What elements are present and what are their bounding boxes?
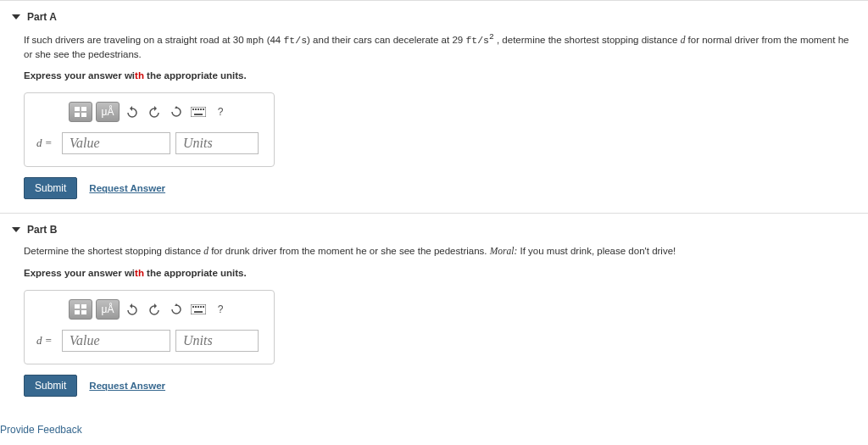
svg-rect-6 <box>195 108 197 110</box>
caret-down-icon <box>12 227 20 232</box>
svg-rect-12 <box>81 304 86 309</box>
text: Determine the shortest stopping distance <box>24 246 203 256</box>
caret-down-icon <box>12 14 20 19</box>
svg-rect-14 <box>81 310 86 314</box>
variable-label: d = <box>36 136 57 150</box>
symbols-button[interactable]: μÅ <box>96 299 120 320</box>
svg-rect-7 <box>198 108 199 110</box>
help-button[interactable]: ? <box>211 102 230 122</box>
part-b-title: Part B <box>27 224 57 236</box>
svg-rect-8 <box>200 108 202 110</box>
part-b-input-row: d = <box>36 330 262 352</box>
part-b-question: Determine the shortest stopping distance… <box>24 244 858 259</box>
variable-label: d = <box>36 334 57 348</box>
text: the appropriate units. <box>144 268 247 278</box>
part-b-actions: Submit Request Answer <box>24 375 858 397</box>
svg-rect-10 <box>194 114 203 115</box>
value-input[interactable] <box>62 132 170 154</box>
keyboard-button[interactable] <box>189 299 208 320</box>
svg-rect-15 <box>191 304 206 314</box>
part-a-body: If such drivers are traveling on a strai… <box>0 31 868 199</box>
undo-button[interactable] <box>123 299 142 320</box>
part-a-title: Part A <box>27 11 57 23</box>
svg-rect-3 <box>81 113 86 117</box>
part-a-header[interactable]: Part A <box>0 11 868 23</box>
submit-button[interactable]: Submit <box>24 375 77 397</box>
part-b-body: Determine the shortest stopping distance… <box>0 244 868 396</box>
svg-rect-0 <box>75 107 80 111</box>
moral-label: Moral: <box>490 246 518 256</box>
text: If you must drink, please don't drive! <box>517 246 676 256</box>
svg-rect-16 <box>192 306 194 308</box>
symbols-button[interactable]: μÅ <box>96 102 120 122</box>
text: If such drivers are traveling on a strai… <box>24 35 247 45</box>
help-button[interactable]: ? <box>211 299 230 320</box>
submit-button[interactable]: Submit <box>24 177 77 199</box>
part-a-input-row: d = <box>36 132 262 154</box>
svg-rect-1 <box>81 107 86 111</box>
part-b-instruction: Express your answer with the appropriate… <box>24 268 858 278</box>
svg-rect-5 <box>192 108 194 110</box>
reset-button[interactable] <box>167 102 186 122</box>
unit-text: ft/s <box>465 35 489 46</box>
part-b-section: Part B Determine the shortest stopping d… <box>0 213 868 409</box>
units-input[interactable] <box>175 132 259 154</box>
provide-feedback-link[interactable]: Provide Feedback <box>0 410 868 444</box>
svg-rect-19 <box>200 306 202 308</box>
reset-button[interactable] <box>167 299 186 320</box>
svg-rect-20 <box>203 306 204 308</box>
svg-rect-2 <box>75 113 80 117</box>
text-highlight: th <box>135 268 144 278</box>
redo-button[interactable] <box>145 299 164 320</box>
keyboard-button[interactable] <box>189 102 208 122</box>
text: Express your answer wi <box>24 268 135 278</box>
text: the appropriate units. <box>144 70 247 81</box>
text: for drunk driver from the moment he or s… <box>209 246 490 256</box>
templates-button[interactable] <box>69 102 92 122</box>
request-answer-link[interactable]: Request Answer <box>89 381 165 391</box>
part-b-answer-box: μÅ ? d = <box>24 290 275 364</box>
part-a-toolbar: μÅ ? <box>69 102 262 122</box>
part-a-instruction: Express your answer with the appropriate… <box>24 70 858 81</box>
text: , determine the shortest stopping distan… <box>494 35 681 45</box>
redo-button[interactable] <box>145 102 164 122</box>
svg-rect-11 <box>75 304 80 309</box>
part-a-answer-box: μÅ ? d = <box>24 92 275 167</box>
templates-button[interactable] <box>69 299 92 320</box>
svg-rect-4 <box>191 107 206 117</box>
text-highlight: th <box>135 70 144 81</box>
text: ) and their cars can decelerate at 29 <box>307 35 465 45</box>
units-input[interactable] <box>175 330 259 352</box>
svg-rect-18 <box>198 306 199 308</box>
svg-rect-17 <box>195 306 197 308</box>
svg-rect-9 <box>203 108 204 110</box>
part-a-section: Part A If such drivers are traveling on … <box>0 0 868 213</box>
svg-rect-21 <box>194 311 203 313</box>
value-input[interactable] <box>62 330 170 352</box>
svg-rect-13 <box>75 310 80 314</box>
part-a-actions: Submit Request Answer <box>24 177 858 199</box>
request-answer-link[interactable]: Request Answer <box>89 183 165 193</box>
part-a-question: If such drivers are traveling on a strai… <box>24 31 858 62</box>
undo-button[interactable] <box>123 102 142 122</box>
text: (44 <box>264 35 283 45</box>
unit-text: mph <box>247 35 264 46</box>
part-b-toolbar: μÅ ? <box>69 299 262 320</box>
text: Express your answer wi <box>24 70 135 81</box>
unit-text: ft/s <box>283 35 307 46</box>
part-b-header[interactable]: Part B <box>0 224 868 236</box>
